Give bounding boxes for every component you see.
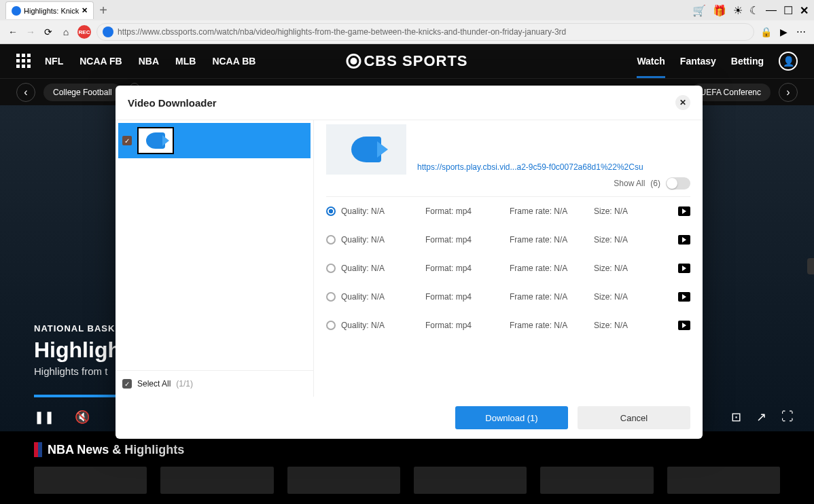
side-handle-icon[interactable] [807,258,814,274]
gift-icon[interactable]: 🎁 [713,4,726,17]
quality-row[interactable]: Quality: N/A Format: mp4 Frame rate: N/A… [326,311,690,340]
video-thumb[interactable] [287,467,400,494]
back-button[interactable]: ← [7,26,19,38]
brightness-icon[interactable]: ☀ [733,4,743,17]
select-all-count: (1/1) [176,379,193,389]
downloader-logo-icon [351,137,381,162]
quality-row[interactable]: Quality: N/A Format: mp4 Frame rate: N/A… [326,283,690,311]
modal-title: Video Downloader [128,97,217,109]
nav-fantasy[interactable]: Fantasy [680,56,716,67]
nav-watch[interactable]: Watch [637,56,665,78]
pause-icon[interactable]: ❚❚ [34,410,54,425]
video-thumb[interactable] [667,467,780,494]
select-all-checkbox[interactable]: ✓ [122,379,132,389]
apps-grid-icon[interactable] [16,54,31,69]
maximize-icon[interactable]: ☐ [783,4,793,17]
video-thumb[interactable] [414,467,527,494]
moon-icon[interactable]: ☾ [749,4,759,17]
quality-label: Quality: N/A [341,321,420,330]
format-label: Format: mp4 [425,321,504,330]
quality-radio[interactable] [326,292,336,302]
profile-icon[interactable]: 👤 [779,52,798,71]
quality-row[interactable]: Quality: N/A Format: mp4 Frame rate: N/A… [326,226,690,254]
preview-play-icon[interactable] [678,321,690,330]
framerate-label: Frame rate: N/A [510,264,588,273]
chip-uefa[interactable]: UEFA Conferenc [691,84,771,101]
quality-radio[interactable] [326,264,336,273]
format-label: Format: mp4 [425,206,504,216]
quality-label: Quality: N/A [341,206,420,216]
show-all-count: (6) [650,179,660,188]
preview-play-icon[interactable] [678,292,690,302]
video-ext-icon[interactable]: ▶ [777,26,790,38]
preview-play-icon[interactable] [678,206,690,216]
nav-betting[interactable]: Betting [731,56,764,67]
video-downloader-modal: Video Downloader ✕ ✓ ✓ Select All (1/1) … [116,86,703,439]
close-tab-icon[interactable]: ✕ [82,6,88,15]
download-button[interactable]: Download (1) [455,406,568,429]
show-all-toggle[interactable] [666,177,690,190]
nav-mlb[interactable]: MLB [175,56,196,67]
forward-button[interactable]: → [24,26,37,38]
video-thumb[interactable] [34,467,147,494]
nba-logo-icon [34,442,42,457]
new-tab-button[interactable]: + [99,3,107,18]
address-bar[interactable]: https://www.cbssports.com/watch/nba/vide… [96,23,754,41]
progress-bar[interactable] [34,395,116,397]
quality-label: Quality: N/A [341,292,420,302]
share-icon[interactable]: ↗ [756,410,766,425]
quality-row[interactable]: Quality: N/A Format: mp4 Frame rate: N/A… [326,197,690,226]
format-label: Format: mp4 [425,264,504,273]
menu-icon[interactable]: ⋯ [795,26,807,38]
url-text: https://www.cbssports.com/watch/nba/vide… [118,27,566,37]
quality-row[interactable]: Quality: N/A Format: mp4 Frame rate: N/A… [326,254,690,283]
source-thumb-item[interactable]: ✓ [118,123,311,158]
chip-college-football[interactable]: College Football [43,84,122,101]
caption-icon[interactable]: ⊡ [731,410,741,425]
nav-nba[interactable]: NBA [139,56,159,67]
size-label: Size: N/A [594,206,673,216]
home-button[interactable]: ⌂ [60,26,72,38]
quality-radio[interactable] [326,206,336,216]
scroll-right-icon[interactable]: › [779,83,798,102]
browser-chrome: Highlights: Knick ✕ + 🛒 🎁 ☀ ☾ — ☐ ✕ ← → … [0,0,814,44]
source-url[interactable]: https://sports.play.cbsi.vid...a2-9c59-f… [417,162,690,172]
quality-label: Quality: N/A [341,235,420,245]
select-all-label: Select All [137,379,171,389]
format-label: Format: mp4 [425,292,504,302]
video-thumb[interactable] [540,467,653,494]
video-thumb[interactable] [160,467,273,494]
cart-icon[interactable]: 🛒 [692,4,706,17]
record-icon[interactable]: REC [77,25,91,39]
mute-icon[interactable]: 🔇 [75,410,90,425]
framerate-label: Frame rate: N/A [510,235,588,245]
preview-play-icon[interactable] [678,235,690,245]
show-all-label: Show All [614,179,645,188]
browser-tab[interactable]: Highlights: Knick ✕ [5,1,94,19]
lock-icon[interactable]: 🔒 [760,26,772,38]
framerate-label: Frame rate: N/A [510,321,588,330]
nav-ncaabb[interactable]: NCAA BB [212,56,255,67]
close-window-icon[interactable]: ✕ [800,4,809,17]
minimize-icon[interactable]: — [766,4,777,16]
thumb-check-icon: ✓ [122,136,132,145]
preview-play-icon[interactable] [678,264,690,273]
quality-radio[interactable] [326,321,336,330]
nav-nfl[interactable]: NFL [45,56,63,67]
reload-button[interactable]: ⟳ [42,26,54,38]
site-identity-icon [103,26,113,37]
modal-close-button[interactable]: ✕ [675,95,690,110]
scroll-left-icon[interactable]: ‹ [16,83,35,102]
top-nav: NFL NCAA FB NBA MLB NCAA BB CBS SPORTS W… [0,44,814,78]
framerate-label: Frame rate: N/A [510,292,588,302]
nav-ncaafb[interactable]: NCAA FB [79,56,122,67]
cancel-button[interactable]: Cancel [578,406,690,429]
quality-radio[interactable] [326,235,336,245]
thumb-preview [137,127,174,154]
quality-label: Quality: N/A [341,264,420,273]
downloader-logo-icon [146,132,165,149]
fullscreen-icon[interactable]: ⛶ [781,410,794,425]
tab-title: Highlights: Knick [24,7,79,15]
site-logo[interactable]: CBS SPORTS [346,52,467,70]
size-label: Size: N/A [594,264,673,273]
